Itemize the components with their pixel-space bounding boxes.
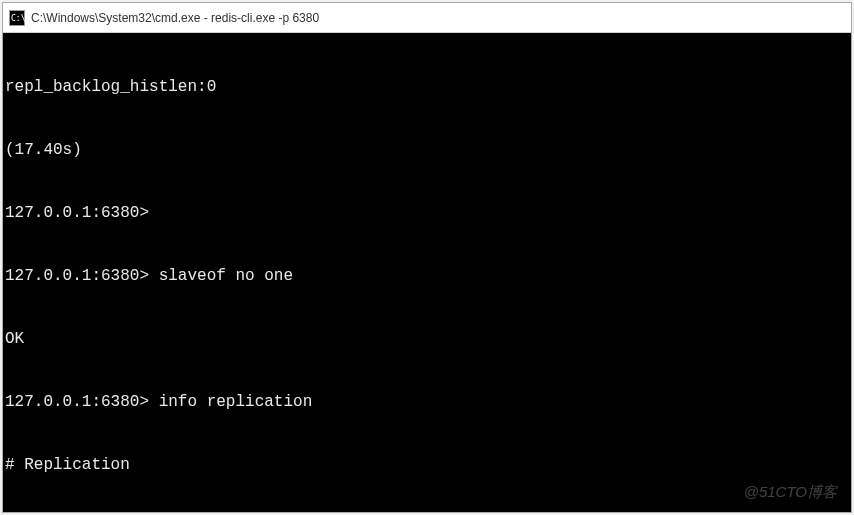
terminal-output[interactable]: repl_backlog_histlen:0 (17.40s) 127.0.0.… [3, 33, 851, 512]
cmd-icon: C:\ [9, 10, 25, 26]
terminal-line: # Replication [5, 455, 849, 476]
terminal-line: 127.0.0.1:6380> info replication [5, 392, 849, 413]
terminal-line: 127.0.0.1:6380> [5, 203, 849, 224]
svg-text:C:\: C:\ [11, 14, 25, 23]
terminal-line: OK [5, 329, 849, 350]
terminal-line: (17.40s) [5, 140, 849, 161]
titlebar[interactable]: C:\ C:\Windows\System32\cmd.exe - redis-… [3, 3, 851, 33]
cmd-window: C:\ C:\Windows\System32\cmd.exe - redis-… [2, 2, 852, 513]
terminal-line: 127.0.0.1:6380> slaveof no one [5, 266, 849, 287]
terminal-line: repl_backlog_histlen:0 [5, 77, 849, 98]
window-title: C:\Windows\System32\cmd.exe - redis-cli.… [31, 11, 319, 25]
